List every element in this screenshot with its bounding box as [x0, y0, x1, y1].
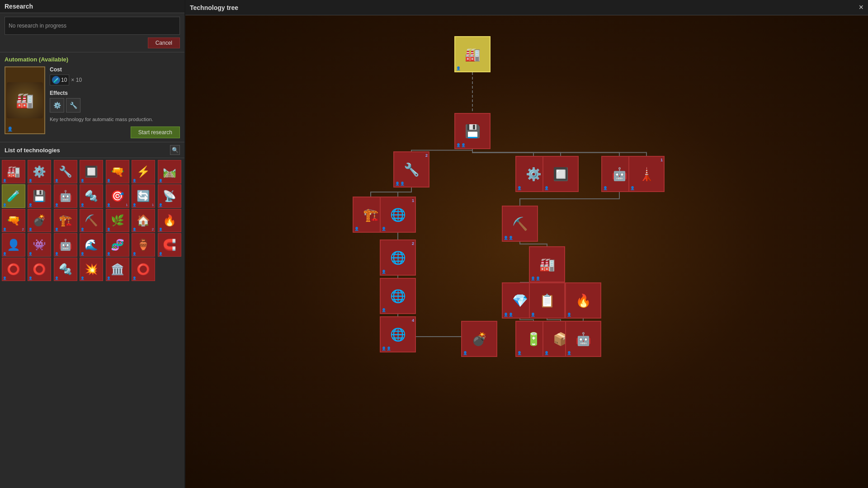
tree-node[interactable]: 🔥👤: [565, 282, 601, 319]
tree-node-persons: 👤: [544, 186, 549, 190]
tech-cell[interactable]: 🤖👤: [54, 233, 77, 257]
tech-persons: 👤: [132, 277, 137, 280]
tech-cell[interactable]: ⛏️👤: [80, 209, 103, 232]
tech-cell[interactable]: 👤👤: [2, 233, 25, 257]
tech-cell[interactable]: 🌊👤: [80, 233, 103, 257]
tree-node-persons: 👤: [567, 313, 571, 317]
tech-cell[interactable]: 📡👤: [158, 184, 181, 208]
tech-cell[interactable]: 🎯1👤: [106, 184, 129, 208]
tree-node[interactable]: 🤖👤: [565, 321, 601, 357]
tech-persons: 👤: [159, 228, 163, 231]
tree-node[interactable]: 🔲👤: [542, 156, 579, 192]
tree-node-icon: ⛏️: [512, 216, 528, 231]
tech-cell[interactable]: 🔫2👤: [2, 209, 25, 232]
tech-cell[interactable]: 🔧👤: [54, 160, 77, 183]
tech-cell[interactable]: 🔫👤: [106, 160, 129, 183]
tech-persons: 👤: [132, 228, 137, 231]
cancel-button[interactable]: Cancel: [148, 38, 180, 48]
tech-cell[interactable]: ⚙️👤: [28, 160, 51, 183]
search-button[interactable]: 🔍: [170, 145, 180, 155]
tech-cell[interactable]: 🌿👤: [106, 209, 129, 232]
tech-cell[interactable]: 👾👤: [28, 233, 51, 257]
tech-cell[interactable]: 🔩👤: [80, 184, 103, 208]
tech-cell[interactable]: ⭕👤: [2, 258, 25, 281]
tree-node[interactable]: 🗼1👤: [628, 156, 665, 192]
tech-persons: 👤: [3, 277, 7, 280]
tech-cell[interactable]: 🏭👤: [2, 160, 25, 183]
tree-node[interactable]: 🏭👤: [454, 36, 491, 72]
tech-cell[interactable]: 🏠2👤: [132, 209, 155, 232]
tech-cell[interactable]: 🏗️👤: [54, 209, 77, 232]
tree-node[interactable]: 🌐2👤: [380, 239, 416, 276]
tech-cell[interactable]: 🛤️👤: [158, 160, 181, 183]
cost-item-science: 🧪 10: [50, 75, 69, 85]
tree-node[interactable]: ⛏️👤👤: [502, 206, 538, 242]
tree-node[interactable]: 🏭👤👤: [529, 246, 565, 282]
tech-tree: 🏭👤💾👤👤🔧2👤👤⚙️👤🔲👤🤖1👤🗼1👤🏗️👤🌐1👤⛏️👤👤🏭👤👤🌐2👤🌐👤💎👤…: [185, 16, 868, 488]
tree-node[interactable]: 🌐👤: [380, 278, 416, 314]
tech-cell[interactable]: 🧪👤: [2, 184, 25, 208]
tech-cell[interactable]: 🔲👤: [80, 160, 103, 183]
tree-node-icon: 🏭: [539, 257, 555, 272]
research-controls: Cancel: [5, 38, 180, 48]
tech-cell[interactable]: 🏺👤: [132, 233, 155, 257]
close-button[interactable]: ×: [859, 3, 863, 12]
tree-node-persons: 👤: [382, 308, 386, 312]
tech-cell[interactable]: 🧬👤: [106, 233, 129, 257]
tech-persons: 👤: [55, 252, 59, 256]
tech-persons: 👤: [107, 252, 111, 256]
tree-node-icon: ⚙️: [526, 167, 542, 182]
tech-cell[interactable]: 💣👤: [28, 209, 51, 232]
tree-node-icon: 🏭: [465, 47, 481, 62]
tech-persons: 👤: [55, 179, 59, 183]
right-panel[interactable]: Technology tree × 🏭👤💾👤👤🔧2👤👤⚙️👤🔲👤🤖1👤🗼1👤🏗️…: [185, 0, 868, 488]
tech-cell[interactable]: 🔄1👤: [132, 184, 155, 208]
tech-badge: 2: [22, 227, 24, 231]
tree-node[interactable]: 🔧2👤👤: [393, 151, 429, 188]
tech-persons: 👤: [80, 203, 85, 207]
tech-cell[interactable]: 🏛️👤: [106, 258, 129, 281]
tree-node-icon: 📋: [539, 293, 555, 308]
start-research-button[interactable]: Start research: [131, 127, 180, 138]
tech-persons: 👤: [80, 277, 85, 280]
tech-list-title: List of technologies: [5, 147, 60, 154]
tree-node-persons: 👤: [517, 186, 522, 190]
tech-cell[interactable]: ⚡👤: [132, 160, 155, 183]
tech-persons: 👤: [107, 228, 111, 231]
tree-node[interactable]: 🌐1👤: [380, 197, 416, 233]
tech-cell[interactable]: 🤖👤: [54, 184, 77, 208]
panel-header: Research: [0, 0, 184, 13]
tech-cell[interactable]: ⭕👤: [28, 258, 51, 281]
tree-node-icon: 🔧: [404, 162, 420, 177]
tree-node[interactable]: 🌐4👤👤: [380, 316, 416, 352]
tree-node[interactable]: 💣👤: [461, 321, 497, 357]
tree-node-badge: 2: [412, 241, 414, 246]
tech-persons: 👤: [132, 252, 137, 256]
cost-items: 🧪 10 × 10: [50, 75, 180, 85]
app: Research No research in progress Cancel …: [0, 0, 868, 488]
tech-cell[interactable]: ⭕👤: [132, 258, 155, 281]
tech-persons: 👤: [3, 203, 7, 207]
tree-node[interactable]: 💾👤👤: [454, 113, 491, 149]
tech-persons: 👤: [55, 277, 59, 280]
tech-persons: 👤: [28, 277, 33, 280]
automation-image: 🏭 👤: [5, 66, 45, 134]
tech-cell[interactable]: 🔩👤: [54, 258, 77, 281]
effect-icon-1: ⚙️: [50, 98, 64, 113]
tech-cell[interactable]: 🧲👤: [158, 233, 181, 257]
tree-node-icon: 💎: [512, 293, 528, 308]
tree-header: Technology tree ×: [185, 0, 868, 15]
tech-cell[interactable]: 🔥👤: [158, 209, 181, 232]
tech-persons: 👤: [55, 228, 59, 231]
tree-node-icon: 🔋: [526, 332, 542, 347]
tech-cell[interactable]: 💥👤: [80, 258, 103, 281]
tech-persons: 👤: [3, 179, 7, 183]
tech-cell[interactable]: 💾👤: [28, 184, 51, 208]
tree-node-icon: 🤖: [612, 167, 627, 182]
tech-persons: 👤: [132, 179, 137, 183]
tree-node-icon: 🤖: [576, 332, 591, 347]
tree-node-persons: 👤: [354, 227, 359, 231]
tree-node[interactable]: 📋👤: [529, 282, 565, 319]
tech-persons: 👤: [80, 179, 85, 183]
tree-node-icon: 💾: [465, 124, 481, 139]
